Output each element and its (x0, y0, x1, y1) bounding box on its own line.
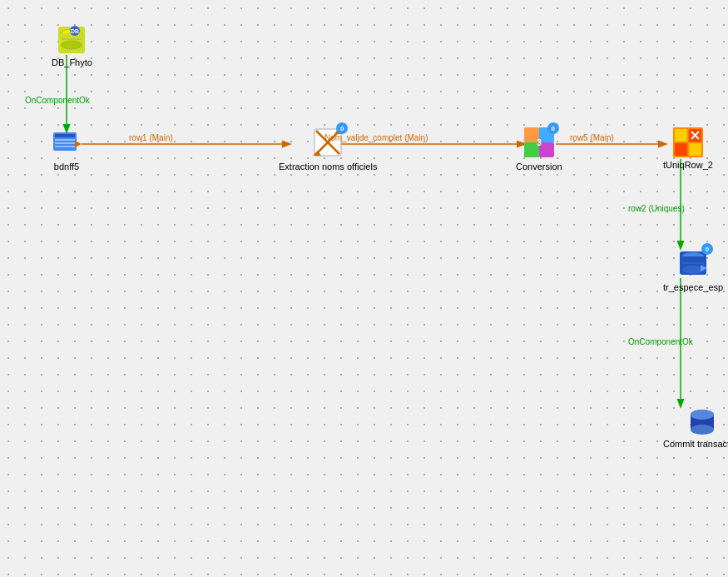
label-row2: row2 (Uniques) (628, 204, 685, 213)
tuniqrow-icon (673, 127, 703, 157)
extraction-label: Extraction noms officiels (279, 162, 377, 172)
label-row5: row5 (Main) (570, 133, 614, 142)
conversion-badge: 0 (547, 122, 559, 134)
extraction-badge: 0 (336, 122, 348, 134)
tuniqrow-label: tUniqRow_2 (663, 160, 713, 170)
node-bdnff5[interactable]: bdnff5 (52, 129, 82, 172)
commit-label: Commit transaction (663, 439, 728, 449)
tr-espece-badge: 0 (701, 243, 713, 255)
label-nom-valide: Nom_valide_complet (Main) (324, 133, 428, 142)
svg-rect-15 (55, 139, 75, 141)
label-oncomponentok-1: OnComponentOk (25, 96, 90, 105)
svg-rect-34 (689, 143, 701, 156)
svg-rect-17 (55, 146, 75, 147)
svg-text:DB: DB (71, 28, 79, 34)
svg-rect-31 (675, 129, 687, 142)
label-oncomponentok-2: OnComponentOk (628, 337, 693, 346)
svg-marker-18 (75, 141, 82, 147)
svg-rect-33 (675, 143, 687, 156)
conversion-label: Conversion (516, 162, 562, 172)
svg-point-9 (62, 41, 82, 49)
tr-espece-label: tr_espece_esp (663, 282, 723, 292)
db-fhyto-label: DB_Fhyto (52, 57, 92, 67)
node-tr-espece[interactable]: 0 tr_espece_esp (663, 248, 723, 292)
connection-canvas (0, 0, 728, 577)
node-db-fhyto[interactable]: DB DB_Fhyto (52, 25, 92, 67)
svg-text:3: 3 (537, 138, 542, 147)
svg-rect-16 (55, 142, 75, 144)
svg-rect-14 (55, 134, 75, 137)
svg-point-46 (691, 410, 714, 420)
node-commit[interactable]: Commit transaction (663, 406, 728, 449)
node-conversion[interactable]: 3 0 Conversion (516, 127, 562, 172)
bdnff5-label: bdnff5 (54, 162, 79, 172)
commit-icon (687, 406, 717, 436)
svg-point-45 (691, 425, 714, 435)
bdnff5-icon (52, 129, 82, 159)
node-tuniqrow[interactable]: tUniqRow_2 (663, 127, 713, 170)
db-fhyto-icon: DB (57, 25, 87, 55)
label-row1: row1 (Main) (129, 133, 173, 142)
